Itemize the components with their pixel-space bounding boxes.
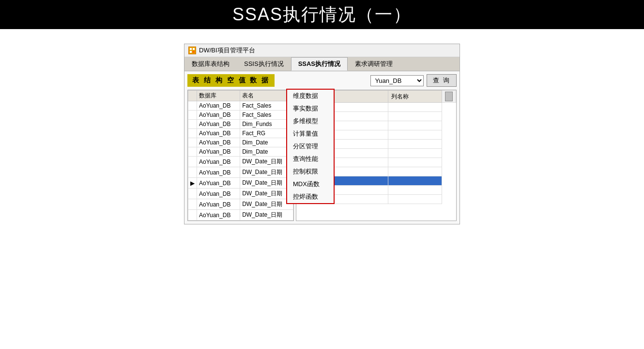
left-table-name-cell: Dim_Date [240, 138, 293, 147]
left-table-name-cell: Fact_RG [240, 129, 293, 138]
left-table-row[interactable]: AoYuan_DBDW_Date_日期 [188, 167, 293, 178]
toolbar-row: 表 结 构 空 值 数 据 Yuan_DB AoYuan_DB 查 询 [187, 74, 457, 87]
left-db-cell: AoYuan_DB [197, 199, 240, 210]
left-table-name-cell: Fact_Sales [240, 111, 293, 120]
main-content: DW/BI项目管理平台 数据库表结构 SSIS执行情况 SSAS执行情况 素求调… [0, 29, 644, 349]
left-table-row[interactable]: AoYuan_DBFact_Sales [188, 111, 293, 120]
left-db-cell: AoYuan_DB [197, 189, 240, 199]
left-table-row[interactable]: AoYuan_DBDim_Date [188, 138, 293, 147]
dropdown-item-fact[interactable]: 事实数据 [287, 102, 334, 115]
left-table-row[interactable]: AoYuan_DBFact_Sales [188, 101, 293, 111]
badge-label: 表 结 构 空 值 数 据 [187, 74, 275, 87]
left-db-cell: AoYuan_DB [197, 157, 240, 167]
right-collabel-cell [388, 176, 442, 186]
row-arrow-cell [188, 210, 197, 221]
toolbar-right: Yuan_DB AoYuan_DB 查 询 [370, 74, 457, 87]
nav-tabs: 数据库表结构 SSIS执行情况 SSAS执行情况 素求调研管理 [184, 57, 460, 71]
left-table-name-cell: DW_Date_日期 [240, 178, 293, 189]
right-collabel-cell [388, 103, 442, 112]
row-arrow-cell [188, 138, 197, 147]
row-arrow-cell [188, 199, 197, 210]
row-arrow-cell [188, 189, 197, 199]
tab-ssis[interactable]: SSIS执行情况 [237, 57, 291, 71]
row-arrow-cell [188, 129, 197, 138]
left-table-row[interactable]: AoYuan_DBDW_Date_日期 [188, 210, 293, 221]
dropdown-item-partition[interactable]: 分区管理 [287, 140, 334, 153]
dropdown-item-control[interactable]: 控烬函数 [287, 190, 334, 203]
db-select[interactable]: Yuan_DB AoYuan_DB [370, 75, 424, 86]
left-table-name-cell: Fact_Sales [240, 101, 293, 111]
dropdown-item-multidim[interactable]: 多维模型 [287, 115, 334, 127]
dropdown-item-calc[interactable]: 计算量值 [287, 127, 334, 140]
left-db-cell: AoYuan_DB [197, 129, 240, 138]
left-table-row[interactable]: AoYuan_DBDW_Date_日期 [188, 157, 293, 167]
left-col-db: 数据库 [197, 91, 240, 101]
row-arrow-cell: ▶ [188, 178, 197, 189]
left-table-row[interactable]: AoYuan_DBFact_RG [188, 129, 293, 138]
right-collabel-cell [388, 186, 442, 195]
left-db-cell: AoYuan_DB [197, 178, 240, 189]
left-db-cell: AoYuan_DB [197, 147, 240, 157]
left-table-name-cell: Dim_Date [240, 147, 293, 157]
svg-rect-2 [193, 48, 195, 50]
page-title: SSAS执行情况（一） [232, 3, 412, 27]
tab-ssas[interactable]: SSAS执行情况 [291, 57, 348, 71]
right-collabel-cell [388, 167, 442, 176]
left-table-row[interactable]: AoYuan_DBDW_Date_日期 [188, 199, 293, 210]
left-table-row[interactable]: AoYuan_DBDim_Date [188, 147, 293, 157]
left-db-cell: AoYuan_DB [197, 120, 240, 129]
row-arrow-cell [188, 120, 197, 129]
left-table-name-cell: DW_Date_日期 [240, 199, 293, 210]
dropdown-item-query-perf[interactable]: 查询性能 [287, 153, 334, 165]
app-window: DW/BI项目管理平台 数据库表结构 SSIS执行情况 SSAS执行情况 素求调… [184, 44, 460, 224]
left-table: 数据库 表名 AoYuan_DBFact_SalesAoYuan_DBFact_… [188, 90, 293, 221]
dropdown-item-access[interactable]: 控制权限 [287, 165, 334, 178]
left-db-cell: AoYuan_DB [197, 101, 240, 111]
right-collabel-cell [388, 149, 442, 158]
row-arrow-cell [188, 101, 197, 111]
left-table-name-cell: DW_Date_日期 [240, 157, 293, 167]
arrow-col-header [188, 91, 197, 101]
svg-rect-3 [190, 51, 192, 53]
right-collabel-cell [388, 195, 442, 204]
dropdown-item-dimension[interactable]: 维度数据 [287, 90, 334, 102]
content-area: 表 结 构 空 值 数 据 Yuan_DB AoYuan_DB 查 询 维度数据… [184, 71, 460, 224]
scrollbar[interactable] [442, 91, 456, 103]
svg-rect-1 [190, 48, 192, 50]
ssas-dropdown-menu: 维度数据 事实数据 多维模型 计算量值 分区管理 查询性能 控制权限 MDX函数… [286, 89, 335, 204]
left-table-name-cell: DW_Date_日期 [240, 210, 293, 221]
left-col-table: 表名 [240, 91, 293, 101]
row-arrow-cell [188, 147, 197, 157]
app-titlebar: DW/BI项目管理平台 [184, 44, 460, 57]
tab-req[interactable]: 素求调研管理 [348, 57, 400, 71]
right-collabel-cell [388, 140, 442, 149]
right-collabel-cell [388, 112, 442, 121]
row-arrow-cell [188, 157, 197, 167]
left-table-name-cell: Dim_Funds [240, 120, 293, 129]
left-table-row[interactable]: AoYuan_DBDim_Funds [188, 120, 293, 129]
svg-rect-4 [193, 51, 195, 53]
tab-db-structure[interactable]: 数据库表结构 [184, 57, 237, 71]
left-panel: 数据库 表名 AoYuan_DBFact_SalesAoYuan_DBFact_… [187, 90, 294, 221]
left-table-row[interactable]: AoYuan_DBDW_Date_日期 [188, 189, 293, 199]
app-title-text: DW/BI项目管理平台 [199, 46, 255, 55]
left-db-cell: AoYuan_DB [197, 210, 240, 221]
right-collabel-cell [388, 121, 442, 130]
scrollbar-thumb[interactable] [445, 92, 453, 101]
right-collabel-cell [388, 130, 442, 140]
header-bar: SSAS执行情况（一） [0, 0, 644, 29]
row-arrow-cell [188, 167, 197, 178]
left-db-cell: AoYuan_DB [197, 167, 240, 178]
query-button[interactable]: 查 询 [427, 74, 457, 87]
app-icon [188, 47, 196, 54]
left-table-name-cell: DW_Date_日期 [240, 189, 293, 199]
right-collabel-cell [388, 158, 442, 167]
right-col-label: 列名称 [388, 91, 442, 103]
left-db-cell: AoYuan_DB [197, 111, 240, 120]
row-arrow-cell [188, 111, 197, 120]
dropdown-item-mdx[interactable]: MDX函数 [287, 178, 334, 190]
left-table-name-cell: DW_Date_日期 [240, 167, 293, 178]
left-table-row[interactable]: ▶AoYuan_DBDW_Date_日期 [188, 178, 293, 189]
left-db-cell: AoYuan_DB [197, 138, 240, 147]
